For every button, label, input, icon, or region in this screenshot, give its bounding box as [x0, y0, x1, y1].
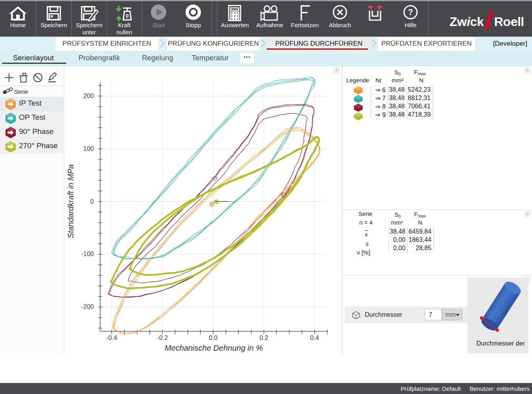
svg-text:200: 200: [83, 93, 94, 99]
svg-text:0.2: 0.2: [259, 335, 268, 341]
svg-text:0: 0: [126, 13, 129, 19]
svg-text:0.0: 0.0: [209, 335, 217, 341]
svg-text:?: ?: [408, 7, 413, 17]
svg-text:0: 0: [90, 198, 94, 205]
svg-text:-200: -200: [81, 303, 94, 310]
svg-text:-0.2: -0.2: [157, 335, 168, 341]
svg-text:Standardkraft in MPa: Standardkraft in MPa: [66, 164, 75, 238]
svg-text:-100: -100: [81, 251, 94, 257]
svg-text:Mechanische Dehnung in %: Mechanische Dehnung in %: [164, 344, 263, 352]
svg-text:100: 100: [83, 145, 94, 152]
svg-text:-0.4: -0.4: [106, 335, 117, 341]
svg-text:0.4: 0.4: [310, 335, 319, 341]
